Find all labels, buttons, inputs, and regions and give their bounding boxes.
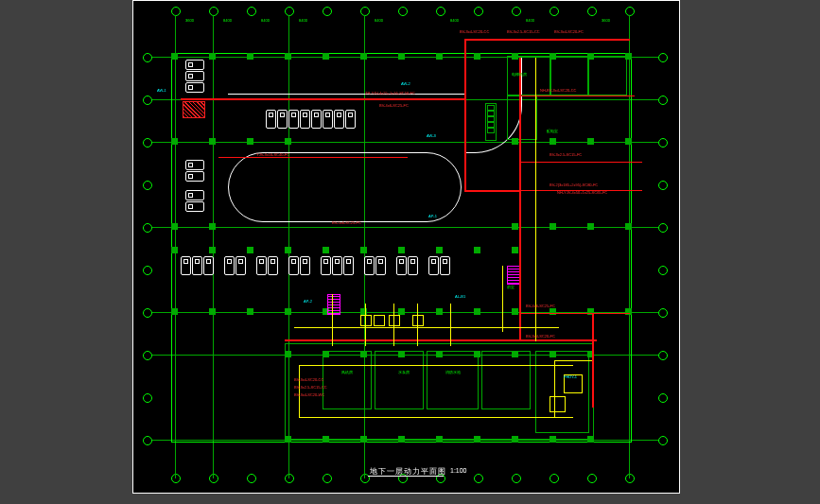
grid-bubble [625,474,635,483]
column [398,247,405,253]
driveway-loop [228,152,462,222]
parking-stall [375,256,386,275]
circuit-tag: BV-3x2.5-SC15-FC [550,152,582,157]
circuit-tag: BV-3x4-SC20-FC [526,334,555,339]
cad-drawing-frame[interactable]: BV-3x4-SC20-CC BV-3x2.5-SC15-CC BV-3x4-S… [132,0,680,494]
power-circuit [519,162,642,163]
dimension: 8400 [223,18,232,23]
parking-stall [440,256,450,275]
parking-stall [408,256,418,275]
low-voltage-circuit [554,360,592,361]
parking-stall [300,110,310,129]
column [209,247,216,253]
room [507,96,537,140]
column [625,138,632,145]
parking-stall [266,110,276,129]
circuit-tag: BV-3x4-SC20-CC [460,29,489,34]
column [436,308,443,315]
grid-bubble [512,7,521,16]
grid-bubble [143,53,152,62]
parking-stall [185,160,204,170]
column [247,247,253,253]
circuit-tag: BV-3x4-SC20-CC [294,377,323,382]
power-circuit [464,190,521,192]
parking-stall [203,256,214,275]
parking-stall [345,110,356,129]
grid-bubble [587,7,597,16]
circuit-tag: BV-3x2.5-SC15-CC [507,29,540,34]
grid-bubble [323,7,332,16]
grid-bubble [474,474,483,483]
low-voltage-circuit [535,58,536,341]
grid-bubble [247,474,256,483]
room-label: 前室 [507,285,515,289]
column [474,247,480,253]
column [323,247,329,253]
room [323,351,372,409]
parking-stall [224,256,235,275]
power-circuit [521,313,630,314]
column [512,223,518,230]
grid-bubble [143,223,152,233]
grid-bubble [625,7,635,16]
column [512,247,518,253]
column [474,308,480,315]
low-voltage-circuit [502,266,503,332]
drawing-scale: 1:100 [450,467,467,474]
column [625,223,632,230]
power-circuit [218,157,408,158]
column [285,247,291,253]
column [587,223,594,230]
parking-stall [268,256,278,275]
grid-bubble [285,474,294,483]
grid-bubble [658,181,668,190]
room-label: 消防水池 [445,370,461,374]
grid-bubble [143,266,152,275]
column [209,138,216,145]
circuit-tag: BV-5x6-SC25-FC [332,220,361,225]
parking-stall [428,256,439,275]
panel-tag: AW-1 [157,88,166,93]
dimension: 3600 [185,18,194,23]
grid-bubble [247,7,256,16]
grid-bubble [360,7,370,16]
panel-tag: FHDY-1 [564,374,577,379]
column [171,247,178,253]
parking-stall [185,201,204,212]
grid-bubble [398,7,408,16]
parking-stall [334,110,344,129]
low-voltage-circuit [299,417,573,418]
grid-bubble [658,436,668,445]
column [171,308,178,315]
parking-stall [311,110,322,129]
room-label: 风机房 [341,370,353,374]
electrical-panel [183,101,205,118]
equipment-box [550,396,566,412]
dimension: 8400 [526,18,534,23]
low-voltage-circuit [450,304,451,346]
parking-stall [185,82,204,93]
grid-bubble [550,7,559,16]
dimension: 8400 [375,18,383,23]
column [436,247,443,253]
circuit-tag: BV-4x6-SC25-FC [526,304,555,308]
parking-stall [300,256,310,275]
low-voltage-circuit [299,365,573,366]
circuit-tag: NH-YJV-4x50+1x25-SC65-FC [557,190,607,195]
grid-bubble [209,7,218,16]
equipment-box [374,315,385,326]
grid-bubble [171,7,181,16]
grid-bubble [550,474,559,483]
panel-tag: AW-2 [401,81,410,86]
circuit-tag: BV-2(3x185+2x95)-SC80-FC [550,182,598,187]
grid-bubble [209,474,218,483]
circuit-tag: BV-3x4-SC20-FC [554,29,584,34]
panel-tag: AW-3 [427,133,436,138]
column [171,223,178,230]
parking-stall [192,256,202,275]
stair-icon [507,266,520,285]
grid-bubble [658,138,668,148]
grid-bubble [143,351,152,360]
low-voltage-circuit [294,327,559,328]
low-voltage-circuit [332,294,333,346]
